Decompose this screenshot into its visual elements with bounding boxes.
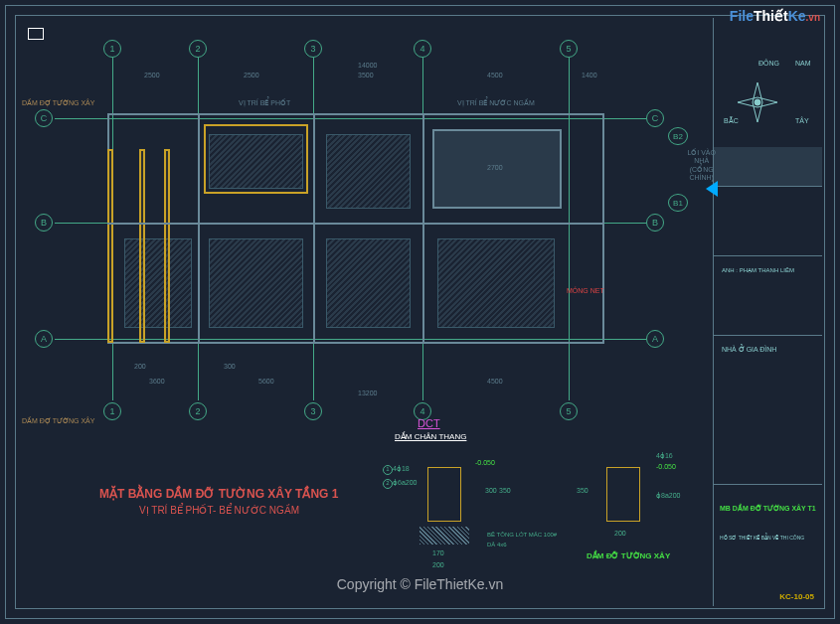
copyright-watermark: Copyright © FileThietKe.vn (337, 576, 504, 592)
rebar-num: 1 (383, 465, 393, 475)
beam-line (422, 113, 424, 344)
grid-bubble: B (35, 214, 53, 232)
rebar-label: ɸ8a200 (656, 492, 680, 500)
dim: 300 (485, 487, 497, 494)
slab-area (209, 238, 303, 328)
txt: NHÀ (694, 157, 709, 164)
grid-bubble: B1 (668, 194, 688, 212)
dim: 300 (224, 363, 236, 370)
plan-subtitle: VỊ TRÍ BỂ PHỐT- BỂ NƯỚC NGẦM (139, 505, 299, 516)
beam (139, 149, 145, 343)
note: DÀ 4x6 (487, 542, 507, 547)
label: MÓNG NET (567, 287, 604, 294)
tb-cell (714, 147, 822, 187)
level: -0.050 (656, 463, 676, 470)
entrance-arrow-icon (706, 181, 718, 197)
beam-line (198, 113, 200, 344)
grid-bubble: B2 (668, 127, 688, 145)
grid-bubble: 2 (189, 40, 207, 58)
beam-section (427, 467, 461, 522)
logo-part: File (730, 8, 754, 24)
slab-area (326, 238, 411, 328)
dim: 14000 (358, 62, 377, 69)
grid-bubble: A (646, 330, 664, 348)
dct-title: DCT (418, 417, 440, 429)
compass-label: BẮC (724, 117, 739, 125)
dim: 1400 (582, 72, 597, 78)
dim: 350 (577, 487, 588, 494)
plan-title: MẶT BẰNG DẦM ĐỠ TƯỜNG XÂY TẦNG 1 (99, 487, 338, 501)
grid-bubble: 5 (560, 402, 578, 420)
watermark-logo: FileThiếtKe.vn (730, 8, 820, 24)
tb-cell (714, 197, 822, 256)
grid-bubble: B (646, 214, 664, 232)
rebar-num: 2 (383, 479, 393, 489)
dim: 2700 (487, 164, 503, 171)
note: BÊ TÔNG LÓT MÁC 100# (487, 532, 557, 538)
title-block: ĐÔNG NAM BẮC TÂY ANH : PHẠM THANH LIÊM N… (713, 18, 822, 606)
grid-bubble: 3 (304, 402, 322, 420)
dim: 350 (499, 487, 511, 494)
beam-section (606, 467, 640, 522)
dim: 170 (432, 549, 444, 556)
logo-part: .vn (806, 12, 820, 23)
tb-cell (714, 366, 822, 485)
drawing-set: HỒ SƠ THIẾT KẾ BẢN VẼ THI CÔNG (720, 535, 804, 541)
txt: LỐI VÀO (687, 149, 716, 156)
level: -0.050 (475, 459, 495, 466)
entrance-label: LỐI VÀO NHÀ (CỔNG CHÍNH) (687, 149, 716, 183)
dim: 2500 (144, 72, 160, 78)
grid-bubble: 5 (560, 40, 578, 58)
architect-name: ANH : PHẠM THANH LIÊM (722, 266, 794, 273)
dim: 13200 (358, 390, 377, 396)
txt: (CỔNG (690, 166, 714, 173)
dim: 200 (134, 363, 146, 370)
label: DẦM ĐỢ TƯỜNG XÂY (22, 417, 94, 425)
grid-bubble: 4 (414, 40, 431, 58)
dim: 200 (614, 530, 626, 537)
tb-cell (714, 286, 822, 336)
compass-label: NAM (795, 60, 811, 67)
slab-area (326, 134, 411, 209)
dim: 2500 (244, 72, 259, 78)
grid-bubble: C (35, 109, 53, 127)
dim: 3500 (358, 72, 374, 78)
dim: 200 (432, 561, 444, 568)
compass-label: TÂY (795, 117, 809, 124)
svg-point-2 (755, 99, 760, 105)
label: DẦM ĐỢ TƯỜNG XÂY (22, 99, 94, 107)
corner-marker (28, 28, 44, 40)
slab-area (124, 238, 192, 328)
logo-part: Thiết (754, 8, 788, 24)
rebar-label: 4ɸ18 (393, 465, 410, 473)
detail-title: DẦM ĐỠ TƯỜNG XÂY (587, 551, 670, 560)
project-name: NHÀ Ở GIA ĐÌNH (722, 346, 776, 354)
compass-label: ĐÔNG (758, 60, 779, 67)
rebar-label: ɸ6a200 (393, 479, 417, 487)
label: VỊ TRÍ BỂ NƯỚC NGẦM (457, 99, 535, 107)
dim: 4500 (487, 378, 503, 385)
drawing-name: MB DẦM ĐỠ TƯỜNG XÂY T1 (720, 505, 816, 513)
drawing-number: KC-10-05 (779, 592, 814, 601)
label: VỊ TRÍ BỂ PHỐT (239, 99, 290, 107)
dct-subtitle: DẦM CHÂN THANG (395, 432, 466, 441)
grid-bubble: 1 (103, 40, 121, 58)
logo-part: Ke (788, 8, 806, 24)
rebar-label: 4ɸ16 (656, 452, 673, 460)
grid-bubble: 3 (304, 40, 322, 58)
dim: 5600 (258, 378, 274, 385)
beam-line (107, 223, 604, 225)
grid-bubble: 1 (103, 402, 121, 420)
be-phot-box (204, 124, 308, 194)
grid-bubble: C (646, 109, 664, 127)
concrete-hatch (420, 527, 469, 545)
slab-area (437, 238, 555, 328)
beam-line (313, 113, 315, 344)
dim: 4500 (487, 72, 503, 78)
beam (107, 149, 113, 343)
grid-bubble: 2 (189, 402, 207, 420)
beam (164, 149, 170, 343)
dim: 3600 (149, 378, 165, 385)
grid-bubble: A (35, 330, 53, 348)
